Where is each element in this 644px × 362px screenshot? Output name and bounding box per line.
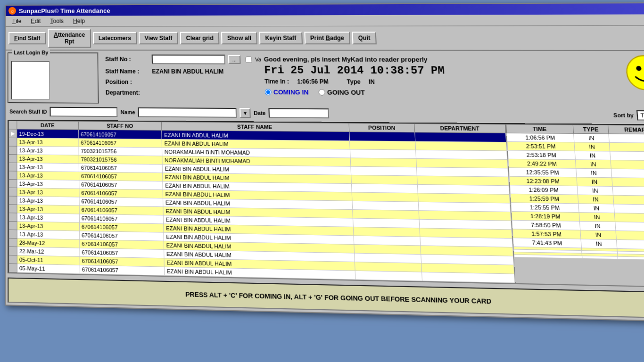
title-bar: ☼ SunpacPlus© Time Attendance <box>6 3 644 16</box>
menu-edit[interactable]: Edit <box>26 17 45 25</box>
cell-date: 13-Apr-13 <box>17 138 79 147</box>
menu-file[interactable]: File <box>8 17 26 25</box>
cell-department <box>416 167 508 177</box>
cell-remarks <box>610 151 644 161</box>
sort-by-label: Sort by <box>613 112 634 118</box>
cell-time: 7:41:43 PM <box>513 238 581 248</box>
cell-date: 13-Apr-13 <box>17 180 79 189</box>
cell-position <box>351 166 417 176</box>
cell-position <box>353 227 420 237</box>
sort-select[interactable]: TIME DATE NAME <box>636 110 644 121</box>
cell-remarks <box>613 186 644 196</box>
cell-staff_no: 790321015756 <box>79 147 163 156</box>
right-table: TIME TYPE REMARKS 1:06:56 PMIN2:53:51 PM… <box>506 124 644 260</box>
row-arrow <box>9 163 17 171</box>
cell-department <box>414 132 506 142</box>
cell-time: 12:23:08 PM <box>509 176 577 186</box>
cell-remarks <box>614 204 644 214</box>
cell-date: 13-Apr-13 <box>17 188 79 197</box>
browse-button[interactable]: ... <box>228 55 241 64</box>
col-date: DATE <box>17 121 78 130</box>
keyin-staff-button[interactable]: Keyin Staff <box>259 32 302 44</box>
cell-position <box>355 271 422 281</box>
type-value: IN <box>369 78 375 85</box>
main-window: ☼ SunpacPlus© Time Attendance File Edit … <box>5 2 644 322</box>
datetime-display: Fri 25 Jul 2014 10:38:57 PM <box>264 65 618 78</box>
row-arrow <box>9 155 17 163</box>
cell-position <box>350 141 416 150</box>
cell-time: 7:58:50 PM <box>512 220 580 230</box>
svg-point-0 <box>626 56 644 90</box>
row-arrow <box>9 213 17 222</box>
date-label: Date <box>254 110 266 116</box>
cell-type: IN <box>577 186 613 195</box>
cell-remarks <box>611 160 644 169</box>
smiley-face <box>625 55 644 90</box>
coming-in-radio[interactable] <box>265 89 272 96</box>
greeting-text: Good evening, pls insert MyKad into read… <box>264 56 617 64</box>
staff-name-label: Staff Name : <box>105 68 149 75</box>
cell-staff_no: 670614106057 <box>79 180 163 189</box>
row-arrow <box>9 196 17 205</box>
find-staff-button[interactable]: Find Staff <box>8 32 46 44</box>
cell-remarks <box>609 134 644 143</box>
cell-date: 13-Apr-13 <box>17 196 79 206</box>
row-arrow <box>9 222 17 230</box>
cell-time: 2:53:51 PM <box>507 142 575 151</box>
latecomers-button[interactable]: Latecomers <box>93 32 137 44</box>
cell-remarks <box>612 178 644 187</box>
row-arrow <box>9 188 17 196</box>
timein-value: 1:06:56 PM <box>297 78 329 85</box>
print-badge-button[interactable]: Print Badge <box>304 32 350 44</box>
cell-type: IN <box>574 142 610 151</box>
cell-position <box>351 175 417 184</box>
right-body: 1:06:56 PMIN2:53:51 PMIN2:53:18 PMIN2:49… <box>507 133 644 260</box>
date-input[interactable] <box>268 108 329 118</box>
cell-type: IN <box>573 133 610 142</box>
cell-position <box>352 201 419 210</box>
cell-department <box>421 272 515 283</box>
cell-remarks <box>618 256 644 260</box>
attendance-rpt-button[interactable]: AttendanceRpt <box>48 29 91 48</box>
view-staff-button[interactable]: View Staff <box>139 32 178 45</box>
menu-tools[interactable]: Tools <box>45 17 68 25</box>
search-staff-id-input[interactable] <box>50 107 118 117</box>
cell-type: IN <box>579 213 616 222</box>
quit-button[interactable]: Quit <box>352 32 377 44</box>
grid-right: TIME TYPE REMARKS 1:06:56 PMIN2:53:51 PM… <box>505 124 644 287</box>
cell-date: 13-Apr-13 <box>17 155 79 164</box>
cell-staff_no: 670614106057 <box>78 139 162 148</box>
validate-checkbox[interactable] <box>246 56 252 62</box>
cell-type: IN <box>576 177 612 187</box>
timein-row: Time In : 1:06:56 PM Type IN <box>264 78 619 86</box>
row-arrow <box>9 171 17 180</box>
cell-type: IN <box>581 239 618 248</box>
row-arrow: ▶ <box>9 129 17 138</box>
going-out-radio[interactable] <box>319 89 325 96</box>
menu-help[interactable]: Help <box>68 17 90 25</box>
name-dropdown-button[interactable]: ▼ <box>239 108 251 118</box>
staff-no-input[interactable] <box>152 55 225 65</box>
cell-remarks <box>610 142 644 152</box>
cell-type <box>582 256 618 259</box>
cell-remarks <box>613 195 644 205</box>
cell-time: 1:28:19 PM <box>512 212 579 222</box>
show-all-button[interactable]: Show all <box>221 32 257 44</box>
col-department: DEPARTMENT <box>414 124 506 133</box>
cell-type: IN <box>576 168 612 177</box>
cell-time: 2:49:22 PM <box>508 159 576 168</box>
coming-in-label[interactable]: COMING IN <box>265 89 309 96</box>
row-arrow <box>9 146 17 155</box>
main-content: Last Login By Staff No : ... Validate St… <box>6 50 644 321</box>
staff-no-label: Staff No : <box>105 56 149 63</box>
cell-staff_no: 790321015756 <box>79 155 163 165</box>
cell-time: 1:06:56 PM <box>507 133 574 142</box>
going-out-label[interactable]: GOING OUT <box>318 89 365 96</box>
cell-time: 1:26:09 PM <box>510 185 578 195</box>
cell-type: IN <box>575 160 611 169</box>
clear-grid-button[interactable]: Clear grid <box>180 32 220 45</box>
cell-date: 13-Apr-13 <box>17 205 79 214</box>
cell-department <box>415 150 507 159</box>
name-input[interactable] <box>138 107 237 118</box>
cell-type: IN <box>580 230 617 239</box>
